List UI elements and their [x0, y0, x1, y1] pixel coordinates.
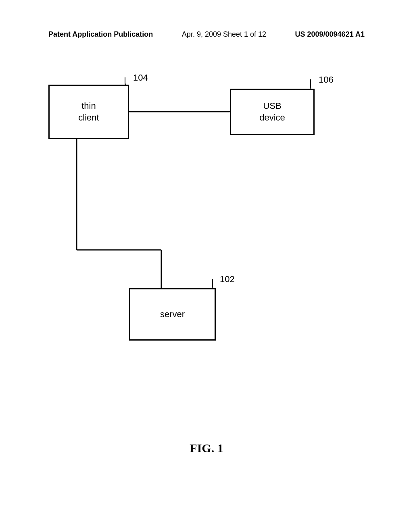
- reference-label-102: 102: [220, 274, 235, 285]
- header-date-sheet: Apr. 9, 2009 Sheet 1 of 12: [182, 30, 266, 39]
- thin-client-label-line1: thin: [81, 101, 96, 111]
- thin-client-label-line2: client: [78, 112, 99, 123]
- usb-device-label-line1: USB: [263, 101, 281, 111]
- figure-diagram: thin client USB device server 104 106 10…: [0, 69, 413, 431]
- server-label: server: [160, 309, 185, 320]
- block-thin-client: thin client: [48, 85, 129, 139]
- usb-device-label-line2: device: [259, 112, 285, 123]
- header-publication-number: US 2009/0094621 A1: [295, 30, 365, 39]
- reference-label-106: 106: [319, 75, 334, 85]
- block-usb-device: USB device: [230, 89, 315, 135]
- block-usb-device-label: USB device: [259, 100, 285, 123]
- block-server: server: [129, 288, 216, 341]
- block-thin-client-label: thin client: [78, 100, 99, 123]
- page-header: Patent Application Publication Apr. 9, 2…: [0, 30, 413, 39]
- reference-label-104: 104: [133, 73, 148, 83]
- header-publication-type: Patent Application Publication: [48, 30, 153, 39]
- figure-caption: FIG. 1: [0, 441, 413, 455]
